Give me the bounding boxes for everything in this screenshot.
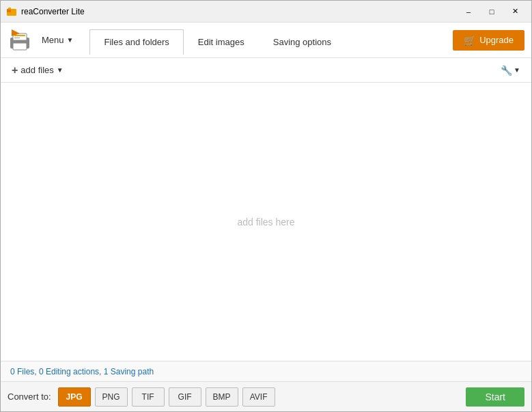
- plus-icon: +: [12, 64, 18, 77]
- toolbar: Menu ▼ Files and folders Edit images Sav…: [1, 23, 531, 58]
- format-jpg-label: JPG: [66, 392, 83, 402]
- convert-label: Convert to:: [8, 392, 51, 402]
- nav-tabs-container: Files and folders Edit images Saving opt…: [89, 27, 447, 54]
- format-avif-button[interactable]: AVIF: [242, 387, 275, 407]
- close-button[interactable]: ✕: [504, 5, 526, 18]
- menu-label: Menu: [42, 35, 64, 45]
- add-files-button[interactable]: + add files ▼: [8, 61, 68, 79]
- tools-button[interactable]: 🔧 ▼: [496, 62, 524, 79]
- cart-icon: 🛒: [464, 35, 475, 46]
- status-separator-1: ,: [34, 367, 39, 376]
- content-area: add files here: [1, 83, 531, 361]
- format-tif-button[interactable]: TIF: [132, 387, 165, 407]
- format-gif-button[interactable]: GIF: [169, 387, 201, 407]
- status-bar: 0 Files , 0 Editing actions , 1 Saving p…: [1, 361, 531, 381]
- title-bar-left: reaConverter Lite: [6, 6, 85, 17]
- tab-saving-label: Saving options: [273, 37, 331, 47]
- format-gif-label: GIF: [178, 392, 192, 402]
- format-jpg-button[interactable]: JPG: [58, 387, 91, 407]
- svg-rect-5: [13, 43, 27, 50]
- app-title: reaConverter Lite: [21, 7, 85, 16]
- format-bmp-button[interactable]: BMP: [206, 387, 238, 407]
- saving-path-link[interactable]: 1 Saving path: [104, 367, 154, 376]
- wrench-icon: 🔧: [501, 65, 512, 76]
- format-avif-label: AVIF: [250, 392, 268, 402]
- svg-rect-6: [14, 35, 25, 36]
- menu-chevron-icon: ▼: [67, 36, 74, 44]
- bottom-bar: Convert to: JPG PNG TIF GIF BMP AVIF Sta…: [1, 381, 531, 411]
- menu-button[interactable]: Menu ▼: [38, 32, 77, 48]
- format-png-label: PNG: [102, 392, 120, 402]
- app-icon: [6, 6, 17, 17]
- content-placeholder: add files here: [237, 217, 294, 228]
- editing-actions-link[interactable]: 0 Editing actions: [39, 367, 99, 376]
- add-files-chevron-icon: ▼: [57, 66, 64, 74]
- tab-files-and-folders[interactable]: Files and folders: [89, 29, 183, 55]
- tab-edit-images[interactable]: Edit images: [184, 29, 259, 54]
- app-logo: [8, 28, 32, 53]
- tab-files-label: Files and folders: [104, 37, 169, 47]
- status-separator-2: ,: [99, 367, 104, 376]
- action-bar: + add files ▼ 🔧 ▼: [1, 58, 531, 83]
- upgrade-label: Upgrade: [479, 35, 514, 45]
- format-png-button[interactable]: PNG: [95, 387, 128, 407]
- start-label: Start: [485, 392, 505, 402]
- title-bar: reaConverter Lite – □ ✕: [1, 1, 531, 23]
- svg-rect-7: [14, 38, 20, 38]
- title-bar-controls: – □ ✕: [458, 5, 526, 18]
- tools-chevron-icon: ▼: [514, 66, 520, 74]
- upgrade-button[interactable]: 🛒 Upgrade: [453, 30, 524, 51]
- start-button[interactable]: Start: [466, 387, 524, 407]
- tab-saving-options[interactable]: Saving options: [259, 29, 346, 54]
- format-tif-label: TIF: [142, 392, 154, 402]
- minimize-button[interactable]: –: [458, 5, 479, 18]
- tab-edit-label: Edit images: [198, 37, 244, 47]
- maximize-button[interactable]: □: [481, 5, 503, 18]
- format-bmp-label: BMP: [213, 392, 231, 402]
- app-window: reaConverter Lite – □ ✕ Menu ▼ Files: [0, 0, 532, 412]
- svg-rect-2: [8, 8, 11, 10]
- add-files-label: add files: [20, 65, 53, 75]
- files-status-link[interactable]: 0 Files: [10, 367, 34, 376]
